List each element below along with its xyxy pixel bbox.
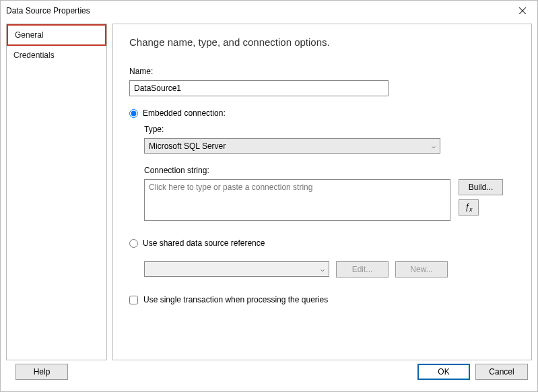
- new-button: New...: [395, 261, 448, 277]
- build-button[interactable]: Build...: [459, 179, 503, 195]
- close-button[interactable]: [507, 1, 537, 21]
- name-label: Name:: [129, 67, 515, 76]
- fx-button[interactable]: ƒx: [459, 199, 479, 216]
- conn-string-input[interactable]: [144, 179, 450, 221]
- type-dropdown-value: Microsoft SQL Server: [149, 141, 432, 151]
- fx-icon: ƒx: [465, 202, 472, 213]
- shared-section: ⌵ Edit... New...: [129, 261, 515, 277]
- edit-button: Edit...: [336, 261, 389, 277]
- sidebar-item-credentials[interactable]: Credentials: [7, 46, 106, 65]
- embedded-radio[interactable]: [129, 109, 138, 118]
- close-icon: [519, 7, 526, 14]
- type-label: Type:: [144, 125, 515, 134]
- page-heading: Change name, type, and connection option…: [129, 36, 515, 48]
- embedded-radio-row[interactable]: Embedded connection:: [129, 108, 515, 118]
- sidebar-item-general[interactable]: General: [7, 24, 106, 46]
- embedded-radio-label: Embedded connection:: [143, 108, 226, 118]
- shared-radio-label: Use shared data source reference: [143, 238, 265, 248]
- conn-field-block: Connection string: Build... ƒx: [144, 166, 515, 221]
- help-button[interactable]: Help: [15, 364, 68, 380]
- ok-button[interactable]: OK: [417, 364, 470, 380]
- single-tx-label: Use single transaction when processing t…: [143, 295, 328, 304]
- name-field-block: Name:: [129, 67, 515, 96]
- main-area: General Credentials Change name, type, a…: [1, 21, 537, 360]
- sidebar-item-label: General: [15, 30, 44, 40]
- titlebar: Data Source Properties: [1, 1, 537, 21]
- window-title: Data Source Properties: [6, 6, 507, 15]
- chevron-down-icon: ⌵: [432, 142, 436, 150]
- content-panel: Change name, type, and connection option…: [112, 24, 532, 360]
- conn-label: Connection string:: [144, 166, 515, 175]
- shared-radio-row[interactable]: Use shared data source reference: [129, 238, 515, 248]
- single-tx-row[interactable]: Use single transaction when processing t…: [129, 295, 515, 304]
- type-field-block: Type: Microsoft SQL Server ⌵: [144, 125, 515, 154]
- name-input[interactable]: [129, 80, 389, 96]
- shared-dropdown: ⌵: [144, 261, 329, 277]
- embedded-section: Type: Microsoft SQL Server ⌵ Connection …: [129, 125, 515, 233]
- shared-radio[interactable]: [129, 239, 138, 248]
- type-dropdown[interactable]: Microsoft SQL Server ⌵: [144, 138, 440, 154]
- chevron-down-icon: ⌵: [321, 265, 325, 273]
- sidebar: General Credentials: [6, 24, 107, 360]
- footer: Help OK Cancel: [1, 360, 537, 391]
- sidebar-item-label: Credentials: [13, 51, 55, 60]
- single-tx-checkbox[interactable]: [129, 296, 138, 304]
- cancel-button[interactable]: Cancel: [475, 364, 528, 380]
